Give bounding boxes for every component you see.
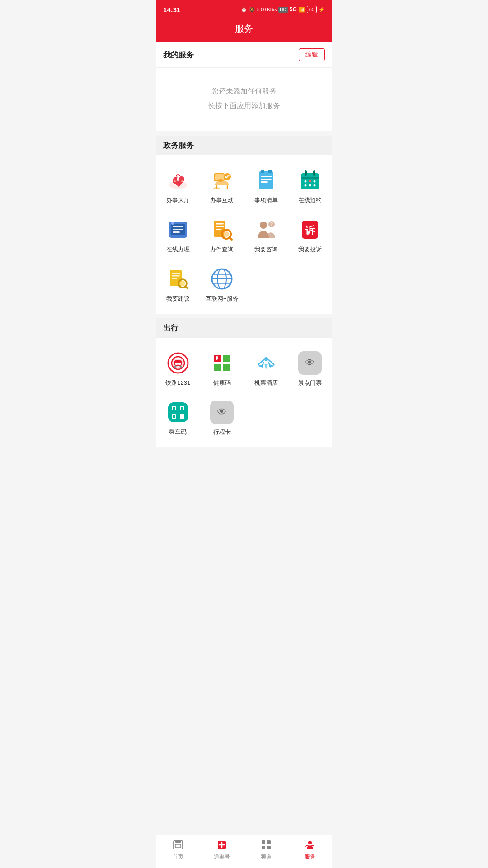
status-bar: 14:31 ⏰ 🔕 5.00 KB/s HD 5G 📶 60 ⚡: [156, 0, 332, 18]
chengche-ma-icon: [165, 400, 191, 425]
service-woyao-jianyi[interactable]: 我要建议: [156, 261, 200, 310]
svg-point-18: [305, 184, 307, 187]
service-banshi-hudong[interactable]: 办事互动: [200, 162, 244, 212]
jiankang-ma-icon: [209, 350, 235, 376]
silent-icon: 🔕: [249, 7, 255, 13]
svg-rect-30: [216, 229, 221, 230]
svg-rect-12: [301, 177, 319, 179]
tielu-1231-icon: [165, 350, 191, 376]
service-shixiang-qingdan[interactable]: 事项清单: [244, 162, 288, 212]
service-xingcheng-ka[interactable]: 行程卡: [200, 394, 244, 443]
svg-rect-57: [175, 363, 178, 365]
service-banjian-chaxun[interactable]: 办件查询: [200, 212, 244, 261]
service-label-shixiang-qingdan: 事项清单: [254, 197, 278, 204]
banshi-dating-icon: [165, 168, 191, 193]
woyao-jianyi-icon: [165, 266, 191, 292]
scroll-area: 我的服务 编辑 您还未添加任何服务 长按下面应用添加服务 政务服务: [156, 42, 332, 483]
service-label-banshi-dating: 办事大厅: [166, 197, 190, 204]
gov-services-title: 政务服务: [163, 141, 194, 150]
service-chengche-ma[interactable]: 乘车码: [156, 394, 200, 443]
svg-point-19: [309, 184, 311, 187]
service-label-banshi-hudong: 办事互动: [210, 197, 234, 204]
service-jingdian-menpiao[interactable]: 景点门票: [288, 345, 333, 394]
hulianwang-fuwu-icon: [209, 266, 235, 292]
svg-rect-28: [216, 223, 224, 225]
empty-line1: 您还未添加任何服务: [156, 84, 332, 99]
status-icons: ⏰ 🔕 5.00 KB/s HD 5G 📶 60 ⚡: [241, 6, 325, 13]
svg-rect-29: [216, 226, 224, 227]
svg-rect-2: [215, 174, 224, 180]
svg-rect-69: [181, 407, 183, 410]
service-jipiao-jiudian[interactable]: 机票酒店: [244, 345, 288, 394]
svg-point-15: [305, 180, 307, 183]
service-label-woyao-zixun: 我要咨询: [254, 246, 278, 254]
zaixian-banli-icon: [165, 217, 191, 242]
banjian-chaxun-icon: [209, 217, 235, 242]
svg-point-44: [180, 281, 185, 286]
svg-point-55: [174, 365, 176, 368]
jipiao-jiudian-icon: [253, 350, 279, 376]
woyao-tousu-icon: 诉: [297, 217, 323, 242]
woyao-zixun-icon: ?: [253, 217, 279, 242]
svg-rect-68: [173, 407, 175, 410]
edit-button[interactable]: 编辑: [299, 48, 325, 61]
service-tielu-1231[interactable]: 铁路1231: [156, 345, 200, 394]
hd-icon: HD: [278, 7, 287, 13]
svg-rect-63: [168, 402, 188, 422]
svg-rect-67: [180, 414, 184, 419]
svg-point-17: [314, 180, 316, 183]
svg-rect-60: [223, 355, 230, 362]
svg-rect-54: [174, 360, 182, 366]
service-label-zaixian-banli: 在线办理: [166, 246, 190, 254]
jingdian-menpiao-icon: [297, 350, 323, 376]
svg-rect-25: [173, 231, 180, 233]
svg-point-20: [314, 184, 316, 187]
service-label-woyao-tousu: 我要投诉: [298, 246, 322, 254]
svg-rect-7: [268, 170, 272, 173]
battery-icon: 60: [307, 6, 317, 13]
travel-section-header: 出行: [156, 318, 332, 338]
svg-rect-23: [173, 226, 183, 227]
service-label-jiankang: 健康码: [213, 379, 231, 387]
service-zaixian-banli[interactable]: 在线办理: [156, 212, 200, 261]
service-zaixian-yuyue[interactable]: 在线预约: [288, 162, 333, 212]
service-label-hulianwang-fuwu: 互联网+服务: [206, 295, 239, 303]
status-time: 14:31: [163, 6, 180, 14]
service-hulianwang-fuwu[interactable]: 互联网+服务: [200, 261, 244, 310]
charging-icon: ⚡: [319, 7, 325, 13]
service-woyao-tousu[interactable]: 诉 我要投诉: [288, 212, 333, 261]
svg-rect-8: [261, 176, 272, 177]
svg-rect-5: [259, 171, 273, 189]
service-woyao-zixun[interactable]: ? 我要咨询: [244, 212, 288, 261]
gov-services-grid: 办事大厅 办事互动: [156, 155, 332, 314]
xingcheng-ka-icon: [209, 400, 235, 425]
svg-rect-41: [172, 275, 180, 277]
svg-rect-9: [261, 179, 272, 180]
network-speed: 5.00 KB/s: [257, 7, 277, 12]
service-label-tielu: 铁路1231: [165, 379, 190, 387]
empty-line2: 长按下面应用添加服务: [156, 99, 332, 113]
svg-rect-62: [223, 364, 230, 371]
app-header: 服务: [156, 18, 332, 42]
shixiang-qingdan-icon: [253, 168, 279, 193]
empty-services-message: 您还未添加任何服务 长按下面应用添加服务: [156, 68, 332, 131]
svg-point-56: [179, 365, 182, 368]
alarm-icon: ⏰: [241, 7, 247, 13]
service-banshi-dating[interactable]: 办事大厅: [156, 162, 200, 212]
svg-rect-40: [172, 273, 180, 274]
svg-rect-24: [173, 229, 183, 230]
gov-services-section-header: 政务服务: [156, 136, 332, 155]
svg-text:?: ?: [270, 222, 273, 227]
placeholder-icon: [298, 351, 322, 375]
wifi-icon: 📶: [299, 7, 305, 13]
service-label-chengche: 乘车码: [169, 429, 187, 436]
service-label-zaixian-yuyue: 在线预约: [298, 197, 322, 204]
service-jiankang-ma[interactable]: 健康码: [200, 345, 244, 394]
service-label-jipiao: 机票酒店: [254, 379, 278, 387]
svg-rect-10: [261, 181, 268, 183]
service-label-xingcheng: 行程卡: [213, 429, 231, 436]
svg-point-34: [260, 222, 267, 229]
network-type: 5G: [290, 6, 297, 13]
svg-point-16: [309, 180, 311, 183]
my-services-title: 我的服务: [163, 50, 194, 60]
